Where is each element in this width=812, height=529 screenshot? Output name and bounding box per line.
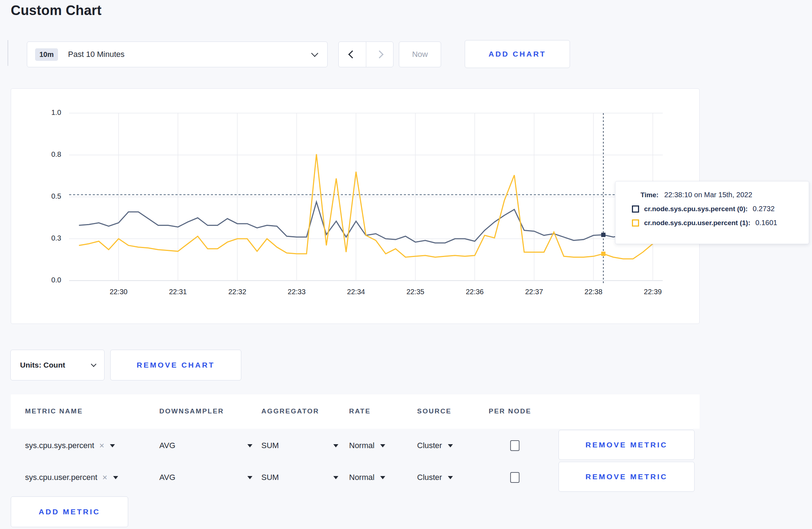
caret-down-icon (448, 444, 453, 447)
tooltip-series-name: cr.node.sys.cpu.user.percent (1): (644, 219, 750, 227)
col-header-rate: RATE (349, 407, 371, 415)
remove-metric-button[interactable]: REMOVE METRIC (559, 430, 695, 460)
remove-metric-x-icon[interactable]: × (99, 441, 104, 451)
add-chart-button[interactable]: ADD CHART (465, 40, 570, 68)
chevron-left-icon (348, 50, 356, 59)
remove-metric-x-icon[interactable]: × (102, 472, 107, 482)
col-header-per-node: PER NODE (489, 407, 531, 415)
source-value: Cluster (417, 473, 442, 482)
tooltip-time-label: Time: (641, 191, 658, 199)
chevron-right-icon (376, 50, 384, 59)
y-axis-tick-label: 0.0 (25, 276, 61, 284)
per-node-checkbox[interactable] (510, 440, 519, 451)
time-range-badge: 10m (35, 48, 58, 61)
caret-down-icon (333, 444, 338, 447)
metrics-table-header: METRIC NAME DOWNSAMPLER AGGREGATOR RATE … (11, 394, 700, 429)
col-header-metric-name: METRIC NAME (25, 407, 83, 415)
col-header-source: SOURCE (417, 407, 451, 415)
downsampler-select[interactable]: AVG (159, 473, 252, 482)
chart-card: 0.00.30.50.81.0 22:3022:3122:3222:3322:3… (11, 88, 700, 324)
x-axis-tick-label: 22:35 (396, 288, 435, 296)
col-header-downsampler: DOWNSAMPLER (159, 407, 224, 415)
aggregator-value: SUM (261, 473, 279, 482)
x-axis-tick-label: 22:30 (99, 288, 138, 296)
page-title: Custom Chart (11, 3, 102, 18)
caret-down-icon[interactable] (110, 444, 115, 447)
rate-select[interactable]: Normal (349, 473, 385, 482)
x-axis-tick-label: 22:33 (277, 288, 316, 296)
metric-row: sys.cpu.user.percent × AVG SUM Normal Cl… (11, 462, 700, 493)
caret-down-icon[interactable] (113, 476, 118, 479)
tooltip-time-value: 22:38:10 on Mar 15th, 2022 (664, 191, 752, 199)
series-line-0 (79, 202, 663, 243)
toolbar-divider (8, 40, 8, 66)
y-axis-tick-label: 0.8 (25, 150, 61, 159)
prev-time-button[interactable] (339, 42, 366, 67)
downsampler-select[interactable]: AVG (159, 441, 252, 450)
caret-down-icon (380, 444, 385, 447)
caret-down-icon (247, 476, 252, 479)
caret-down-icon (448, 476, 453, 479)
remove-chart-button[interactable]: REMOVE CHART (110, 350, 241, 380)
caret-down-icon (380, 476, 385, 479)
series-sys-swatch-icon (632, 205, 639, 213)
metric-row: sys.cpu.sys.percent × AVG SUM Normal Clu… (11, 430, 700, 461)
rate-value: Normal (349, 473, 374, 482)
x-axis-tick-label: 22:36 (455, 288, 494, 296)
x-axis-tick-label: 22:37 (514, 288, 554, 296)
aggregator-select[interactable]: SUM (261, 473, 338, 482)
add-metric-button[interactable]: ADD METRIC (11, 496, 128, 527)
metric-name[interactable]: sys.cpu.sys.percent (25, 441, 94, 450)
x-axis-tick-label: 22:34 (336, 288, 376, 296)
y-axis-tick-label: 0.3 (25, 234, 61, 242)
aggregator-select[interactable]: SUM (261, 441, 338, 450)
metric-name[interactable]: sys.cpu.user.percent (25, 473, 97, 482)
chart-tooltip: Time: 22:38:10 on Mar 15th, 2022 cr.node… (615, 181, 809, 244)
x-axis-tick-label: 22:39 (633, 288, 672, 296)
rate-value: Normal (349, 441, 374, 450)
x-axis-tick-label: 22:31 (158, 288, 198, 296)
now-button[interactable]: Now (399, 42, 441, 67)
caret-down-icon (247, 444, 252, 447)
remove-metric-button[interactable]: REMOVE METRIC (559, 462, 695, 492)
time-range-label: Past 10 Minutes (68, 50, 125, 59)
source-select[interactable]: Cluster (417, 441, 453, 450)
tooltip-series-value: 0.2732 (753, 205, 774, 213)
time-range-dropdown[interactable]: 10m Past 10 Minutes (27, 42, 328, 67)
rate-select[interactable]: Normal (349, 441, 385, 450)
chevron-down-icon (91, 361, 97, 367)
y-axis-tick-label: 1.0 (25, 108, 61, 117)
caret-down-icon (333, 476, 338, 479)
next-time-button[interactable] (366, 42, 393, 67)
units-label: Units: Count (20, 361, 65, 369)
tooltip-series-value: 0.1601 (755, 219, 777, 227)
tooltip-series-name: cr.node.sys.cpu.sys.percent (0): (644, 205, 748, 213)
time-step-group (338, 42, 393, 67)
source-value: Cluster (417, 441, 442, 450)
x-axis-tick-label: 22:38 (574, 288, 613, 296)
x-axis-tick-label: 22:32 (218, 288, 257, 296)
chevron-down-icon (311, 50, 318, 57)
downsampler-value: AVG (159, 473, 175, 482)
units-dropdown[interactable]: Units: Count (10, 350, 105, 380)
aggregator-value: SUM (261, 441, 279, 450)
col-header-aggregator: AGGREGATOR (261, 407, 319, 415)
highlighted-point (601, 252, 605, 256)
series-line-1 (79, 154, 663, 259)
highlighted-point (601, 233, 605, 237)
source-select[interactable]: Cluster (417, 473, 453, 482)
series-user-swatch-icon (632, 219, 639, 227)
per-node-checkbox[interactable] (510, 472, 519, 483)
downsampler-value: AVG (159, 441, 175, 450)
y-axis-tick-label: 0.5 (25, 192, 61, 200)
